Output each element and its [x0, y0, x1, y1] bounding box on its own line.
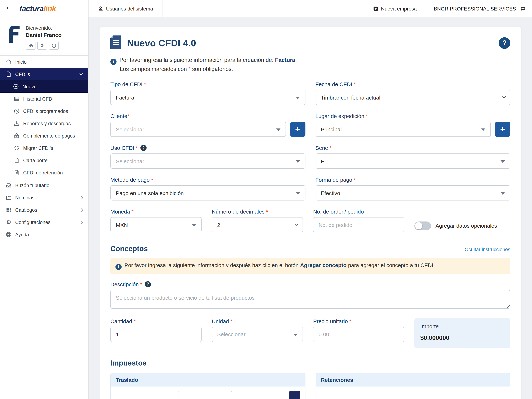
decimales-select[interactable]: 2 [212, 217, 303, 232]
sidebar-item-catalogos[interactable]: Catálogos [0, 204, 88, 216]
traslado-panel: Traslado [110, 373, 305, 399]
retenciones-panel: Retenciones [315, 373, 510, 399]
sidebar-item-cfdi-retencion[interactable]: CFDI de retención [0, 166, 88, 179]
serie-select[interactable]: F [315, 153, 510, 169]
topbar: facturalink Usuarios del sistema Nueva e… [0, 0, 532, 17]
topbar-users-link[interactable]: Usuarios del sistema [89, 0, 163, 17]
cliente-select[interactable]: Seleccionar [110, 122, 286, 137]
logout-button[interactable] [49, 42, 59, 50]
field-label: No. de orden/ pedido [313, 209, 404, 215]
sidebar-item-configuraciones[interactable]: ⚙ Configuraciones [0, 216, 88, 228]
descripcion-textarea[interactable] [110, 290, 510, 309]
field-label: Descripción*? [110, 281, 510, 287]
sidebar-item-label: CFDI's programados [23, 108, 68, 114]
label-text: Cliente [110, 113, 127, 119]
plus-square-icon [373, 6, 378, 11]
metodo-pago-select[interactable]: Pago en una sola exhibición [110, 185, 305, 201]
plus-icon: + [295, 125, 300, 133]
forma-pago-select[interactable]: Efectivo [315, 185, 510, 201]
retenciones-panel-title: Retenciones [316, 373, 510, 386]
help-button[interactable]: ? [499, 37, 510, 49]
lugar-expedicion-select[interactable]: Principal [315, 122, 491, 137]
optional-data-toggle[interactable] [415, 221, 431, 230]
required-marker: * [140, 281, 142, 287]
field-precio-unitario: Precio unitario* [313, 318, 404, 342]
impersonate-button[interactable] [26, 42, 35, 50]
required-marker: * [151, 177, 153, 183]
field-tipo-cfdi: Tipo de CFDI* Factura [110, 81, 305, 105]
info-icon: i [110, 59, 117, 65]
sidebar-item-ayuda[interactable]: Ayuda [0, 228, 88, 241]
sidebar-item-cfdis[interactable]: CFDI's [0, 68, 88, 80]
intro-text: iPor favor ingresa la siguiente informac… [110, 56, 510, 73]
sidebar-item-label: Historial CFDI [23, 96, 54, 101]
importe-label: Importe [420, 323, 505, 329]
required-marker: * [266, 209, 268, 215]
sidebar-item-nominas[interactable]: Nóminas [0, 191, 88, 204]
required-marker: * [354, 177, 356, 183]
gears-icon: ⚙ [6, 219, 12, 225]
field-forma-pago: Forma de pago* Efectivo [315, 177, 510, 201]
sidebar-item-inicio[interactable]: Inicio [0, 56, 88, 68]
field-label: Cliente* [110, 113, 305, 119]
welcome-block: Bienvenido, Daniel Franco ⚙ [0, 17, 88, 55]
banner-suffix: para agregar el concepto a tu CFDI. [347, 262, 435, 268]
sidebar-item-reportes-descargas[interactable]: Reportes y descargas [0, 117, 88, 130]
traslado-rate-button[interactable] [289, 391, 300, 399]
sidebar-item-carta-porte[interactable]: Carta porte [0, 154, 88, 166]
sidebar-item-complemento-pagos[interactable]: Complemento de pagos [0, 130, 88, 142]
required-marker: * [127, 113, 130, 119]
intro-line1-prefix: Por favor ingresa la siguiente informaci… [120, 57, 275, 63]
cliente-row: Seleccionar + [110, 122, 305, 137]
sidebar-item-migrar-cfdis[interactable]: Migrar CFDI's [0, 142, 88, 154]
orden-pedido-input[interactable] [313, 217, 404, 232]
app-logo[interactable]: facturalink [19, 4, 56, 13]
plus-icon: + [500, 125, 505, 133]
help-tooltip-icon[interactable]: ? [145, 281, 151, 287]
traslado-tax-select[interactable] [178, 391, 232, 399]
help-tooltip-icon[interactable]: ? [140, 145, 146, 151]
moneda-select[interactable]: MXN [110, 217, 202, 232]
label-text: Uso CFDI [110, 145, 134, 151]
intro-line2-prefix: Los campos marcados con [120, 66, 188, 72]
sidebar-item-historial-cfdi[interactable]: Historial CFDI [0, 93, 88, 105]
uso-cfdi-select[interactable]: Seleccionar [110, 153, 305, 169]
field-cliente: Cliente* Seleccionar + [110, 113, 305, 137]
cantidad-input[interactable] [110, 327, 202, 342]
caret-down-icon [296, 97, 300, 99]
add-lugar-button[interactable]: + [495, 122, 510, 137]
sidebar-item-buzon-tributario[interactable]: Buzón tributario [0, 179, 88, 191]
incognito-icon [28, 43, 33, 48]
clock-icon [14, 108, 19, 114]
field-decimales: Número de decimales* 2 [212, 209, 303, 232]
traslado-panel-title: Traslado [111, 373, 305, 386]
caret-down-icon [500, 192, 505, 195]
unidad-select[interactable]: Seleccionar [212, 327, 303, 342]
fecha-cfdi-select[interactable]: Timbrar con fecha actual [315, 90, 510, 105]
sidebar-collapse-button[interactable] [6, 5, 13, 12]
precio-unitario-input[interactable] [313, 327, 404, 342]
label-text: Cantidad [110, 318, 132, 324]
required-marker: * [329, 145, 332, 151]
traslado-panel-body [111, 386, 305, 399]
label-text: Tipo de CFDI [110, 81, 142, 87]
hide-instructions-link[interactable]: Ocultar instrucciones [465, 247, 510, 252]
document-icon [110, 35, 121, 51]
sidebar-item-cfdis-programados[interactable]: CFDI's programados [0, 105, 88, 117]
company-switcher[interactable]: BNGR PROFESSIONAL SERVICES ⇄ [427, 0, 532, 17]
tipo-cfdi-select[interactable]: Factura [110, 90, 305, 105]
topbar-left: facturalink [0, 0, 89, 17]
intro-line1: iPor favor ingresa la siguiente informac… [110, 56, 510, 65]
company-name: BNGR PROFESSIONAL SERVICES [434, 6, 516, 11]
required-marker: * [349, 318, 351, 324]
logo-text-factura: factura [19, 4, 44, 13]
new-company-button[interactable]: Nueva empresa [363, 0, 427, 17]
field-label: Tipo de CFDI* [110, 81, 305, 87]
placeholder-text: Seleccionar [217, 331, 246, 337]
add-cliente-button[interactable]: + [290, 122, 305, 137]
label-text: Unidad [212, 318, 229, 324]
field-cantidad: Cantidad* [110, 318, 202, 342]
settings-button[interactable]: ⚙ [37, 42, 47, 50]
required-marker: * [144, 81, 146, 87]
sidebar-item-nuevo[interactable]: Nuevo [0, 80, 88, 93]
